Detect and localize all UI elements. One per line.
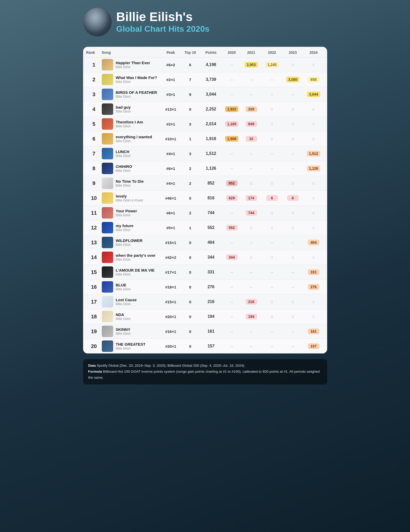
top10-cell: 9 bbox=[181, 92, 199, 97]
points-cell: 161 bbox=[199, 329, 223, 334]
year-cell: -- bbox=[223, 285, 241, 289]
points-cell: 852 bbox=[199, 181, 223, 186]
peak-cell: #6×2 bbox=[160, 63, 181, 67]
top10-cell: 2 bbox=[181, 211, 199, 215]
song-cell: lovely Billie Eilish & Khalid bbox=[102, 192, 160, 204]
year-cell: -- bbox=[283, 344, 303, 349]
song-artist: Billie Eilish bbox=[116, 169, 132, 173]
top10-cell: 0 bbox=[181, 255, 199, 260]
song-thumbnail bbox=[102, 281, 113, 293]
rank-cell: 16 bbox=[86, 284, 102, 290]
year-cell: 276 bbox=[303, 284, 324, 290]
top10-cell: 0 bbox=[181, 107, 199, 111]
year-cell: -- bbox=[241, 77, 262, 82]
col-song: Song bbox=[102, 50, 160, 55]
points-cell: 2,252 bbox=[199, 107, 223, 111]
year-cell: -- bbox=[262, 77, 283, 82]
song-title: BLUE bbox=[116, 283, 131, 287]
song-title: L'AMOUR DE MA VIE bbox=[116, 268, 155, 273]
year-cell: 0 bbox=[283, 63, 303, 67]
song-title: SKINNY bbox=[116, 327, 131, 332]
song-artist: Billie Eilish bbox=[116, 95, 157, 98]
year-cell: 849 bbox=[241, 121, 262, 127]
top10-cell: 2 bbox=[181, 166, 199, 171]
year-cell: 744 bbox=[241, 210, 262, 216]
year-cell: 1,512 bbox=[303, 151, 324, 156]
peak-cell: #5×1 bbox=[160, 226, 181, 230]
year-cell: 0 bbox=[262, 314, 283, 319]
song-info: Happier Than Ever Billie Eilish bbox=[116, 61, 150, 69]
song-title: my future bbox=[116, 224, 133, 228]
top10-cell: 0 bbox=[181, 314, 199, 319]
table-row: 16 BLUE Billie Eilish #18×1 0 276 -- -- … bbox=[83, 280, 327, 294]
song-title: bad guy bbox=[116, 105, 131, 110]
header-text: Billie Eilish's Global Chart Hits 2020s bbox=[116, 10, 210, 34]
song-info: BLUE Billie Eilish bbox=[116, 283, 131, 291]
top10-cell: 0 bbox=[181, 270, 199, 274]
top10-cell: 0 bbox=[181, 240, 199, 245]
year-cell: -- bbox=[223, 300, 241, 304]
table-row: 9 No Time To Die Billie Eilish #4×1 2 85… bbox=[83, 176, 327, 191]
peak-cell: #20×1 bbox=[160, 314, 181, 319]
year-cell: -- bbox=[241, 285, 262, 289]
table-row: 14 when the party's over Billie Eilish #… bbox=[83, 250, 327, 265]
year-cell: 3,044 bbox=[303, 91, 324, 97]
song-thumbnail bbox=[102, 118, 113, 130]
song-thumbnail bbox=[102, 252, 113, 263]
col-2024: 2024 bbox=[303, 50, 324, 55]
points-cell: 216 bbox=[199, 299, 223, 304]
song-artist: Billie Eilish bbox=[116, 124, 143, 128]
song-cell: NDA Billie Eilish bbox=[102, 311, 160, 322]
table-row: 7 LUNCH Billie Eilish #4×1 3 1,512 -- --… bbox=[83, 146, 327, 161]
top10-cell: 3 bbox=[181, 152, 199, 156]
year-cell: -- bbox=[223, 211, 241, 215]
year-cell: 3,080 bbox=[283, 77, 303, 82]
year-cell: 0 bbox=[241, 255, 262, 260]
song-info: THE GREATEST Billie Eilish bbox=[116, 342, 146, 350]
year-cell: 552 bbox=[223, 225, 241, 231]
peak-cell: #6×1 bbox=[160, 166, 181, 171]
song-info: when the party's over Billie Eilish bbox=[116, 253, 156, 261]
song-info: L'AMOUR DE MA VIE Billie Eilish bbox=[116, 268, 155, 276]
top10-cell: 6 bbox=[181, 63, 199, 67]
song-thumbnail bbox=[102, 340, 113, 352]
year-cell: 0 bbox=[241, 181, 262, 186]
table-row: 2 What Was I Made For? Billie Eilish #2×… bbox=[83, 72, 327, 87]
song-info: my future Billie Eilish bbox=[116, 224, 133, 232]
year-cell: 1,126 bbox=[303, 166, 324, 171]
song-artist: Billie Eilish bbox=[116, 347, 146, 350]
year-cell: -- bbox=[241, 152, 262, 156]
song-cell: LUNCH Billie Eilish bbox=[102, 148, 160, 159]
year-cell: 0 bbox=[262, 255, 283, 260]
year-cell: 629 bbox=[223, 195, 241, 201]
rank-cell: 9 bbox=[86, 180, 102, 186]
song-info: NDA Billie Eilish bbox=[116, 312, 131, 321]
table-row: 3 BIRDS OF A FEATHER Billie Eilish #3×1 … bbox=[83, 87, 327, 102]
top10-cell: 2 bbox=[181, 181, 199, 186]
points-cell: 816 bbox=[199, 196, 223, 200]
song-info: LUNCH Billie Eilish bbox=[116, 149, 131, 158]
peak-cell: #10×1 bbox=[160, 137, 181, 141]
table-row: 13 WILDFLOWER Billie Eilish #15×1 0 404 … bbox=[83, 235, 327, 250]
song-artist: Billie Eilish bbox=[116, 332, 131, 336]
points-cell: 404 bbox=[199, 240, 223, 245]
year-cell: 8 bbox=[283, 195, 303, 201]
song-info: Lost Cause Billie Eilish bbox=[116, 298, 137, 306]
year-cell: 157 bbox=[303, 343, 324, 349]
year-cell: -- bbox=[223, 77, 241, 82]
song-info: WILDFLOWER Billie Eilish bbox=[116, 238, 143, 247]
points-cell: 194 bbox=[199, 314, 223, 319]
song-artist: Billie Eilish bbox=[116, 258, 156, 261]
top10-cell: 0 bbox=[181, 196, 199, 200]
rank-cell: 12 bbox=[86, 225, 102, 231]
song-cell: Therefore I Am Billie Eilish bbox=[102, 118, 160, 130]
song-thumbnail bbox=[102, 237, 113, 248]
song-cell: No Time To Die Billie Eilish bbox=[102, 178, 160, 189]
top10-cell: 1 bbox=[181, 226, 199, 230]
song-info: No Time To Die Billie Eilish bbox=[116, 179, 144, 187]
year-cell: 0 bbox=[303, 196, 324, 200]
points-cell: 3,044 bbox=[199, 92, 223, 97]
points-cell: 1,512 bbox=[199, 151, 223, 156]
year-cell: -- bbox=[241, 92, 262, 97]
song-cell: Your Power Billie Eilish bbox=[102, 207, 160, 219]
